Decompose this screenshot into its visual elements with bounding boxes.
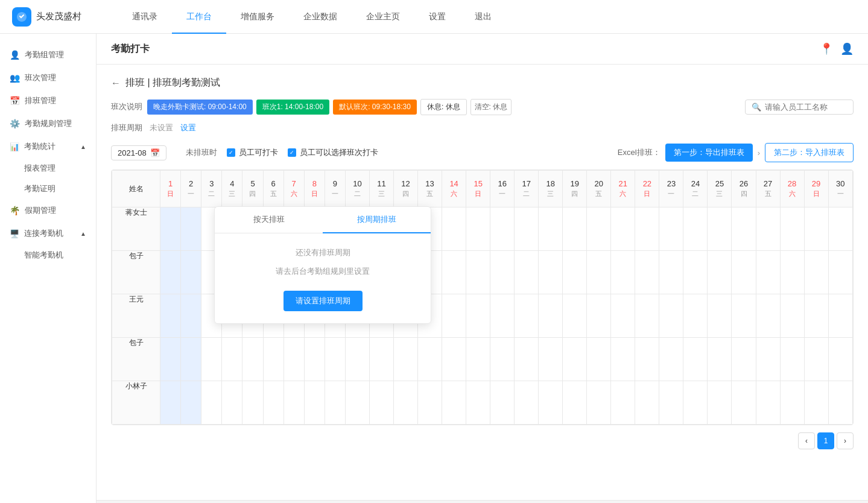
user-icon[interactable]: 👤 [840,42,854,55]
checkbox-2[interactable]: ✓ [288,148,296,157]
day-header-17: 17二 [515,171,539,207]
checkbox-1[interactable]: ✓ [227,148,235,157]
shift-tag-2[interactable]: 默认班次: 09:30-18:30 [333,100,417,115]
setup-period-button[interactable]: 请设置排班周期 [284,291,363,311]
nav-enterprise-home[interactable]: 企业主页 [352,0,414,34]
popup-tab-daily[interactable]: 按天排班 [215,207,323,233]
cell-0-22[interactable] [635,207,659,251]
cell-0-23[interactable] [659,207,683,251]
day-header-10: 10二 [345,171,369,207]
nav-contacts[interactable]: 通讯录 [118,0,172,34]
cell-0-1[interactable] [160,207,181,251]
logo-icon [12,7,31,27]
day-header-8: 8日 [304,171,325,207]
cell-0-21[interactable] [611,207,635,251]
sidebar-item-shift-manage[interactable]: 📅 排班管理 [0,89,96,112]
excel-area: Excel排班： 第一步：导出排班表 › 第二步：导入排班表 [618,143,854,162]
sidebar-item-attendance-rules[interactable]: ⚙️ 考勤规则管理 [0,112,96,135]
cell-0-18[interactable] [539,207,563,251]
period-link[interactable]: 设置 [180,122,196,133]
footer: ✅ 国内首家通过 ISO27001:2013 信息安全认证 帮助中心 | 钉钉公… [97,500,868,503]
day-header-19: 19四 [563,171,587,207]
cell-0-27[interactable] [756,207,780,251]
export-button[interactable]: 第一步：导出排班表 [665,144,753,162]
cell-0-20[interactable] [587,207,611,251]
excel-label: Excel排班： [618,147,661,158]
sidebar-item-shift-class[interactable]: 👥 班次管理 [0,66,96,89]
cell-0-26[interactable] [732,207,756,251]
cell-0-24[interactable] [683,207,708,251]
chevron-up-icon: ▲ [80,144,86,150]
sidebar-item-attendance-cert[interactable]: 考勤证明 [0,179,96,199]
nav-enterprise-data[interactable]: 企业数据 [289,0,352,34]
cell-0-17[interactable] [515,207,539,251]
employee-name-0: 蒋女士 [112,207,160,251]
next-page-button[interactable]: › [837,432,854,449]
search-input[interactable] [765,103,847,112]
check-item-2: ✓ 员工可以选择班次打卡 [288,147,378,158]
table-row: 小林子 [112,381,853,425]
employee-name-1: 包子 [112,251,160,294]
connect-machine-icon: 🖥️ [10,229,19,238]
shift-tag-0[interactable]: 晚走外勤卡测试: 09:00-14:00 [147,100,253,115]
period-label: 排班周期 [111,122,142,133]
period-value: 未设置 [150,122,173,133]
cell-0-14[interactable] [442,207,466,251]
day-header-12: 12四 [394,171,418,207]
calendar-wrapper: 姓名 1日 2一 3二 4三 5四 6五 7六 [111,169,854,425]
day-header-2: 2一 [181,171,201,207]
cell-0-15[interactable] [466,207,490,251]
page-header-bar: 考勤打卡 📍 👤 [97,34,868,65]
cell-0-25[interactable] [708,207,732,251]
location-icon[interactable]: 📍 [820,42,833,55]
day-header-25: 25三 [708,171,732,207]
prev-page-button[interactable]: ‹ [798,432,815,449]
day-header-14: 14六 [442,171,466,207]
top-navigation: 头发茂盛村 通讯录 工作台 增值服务 企业数据 企业主页 设置 退出 [0,0,868,34]
name-column-header: 姓名 [112,171,160,207]
day-header-29: 29日 [804,171,828,207]
page-title: 考勤打卡 [111,43,150,55]
sidebar-label-leave-manage: 假期管理 [25,205,56,216]
nav-vip-services[interactable]: 增值服务 [226,0,289,34]
cell-0-28[interactable] [780,207,804,251]
back-button[interactable]: ← [111,78,121,89]
import-button[interactable]: 第二步：导入排班表 [765,143,854,162]
sidebar-item-attendance-group[interactable]: 👤 考勤组管理 [0,43,96,66]
sidebar-item-attendance-stats[interactable]: 📊 考勤统计 ▲ [0,135,96,158]
cell-0-29[interactable] [804,207,828,251]
cell-0-19[interactable] [563,207,587,251]
sidebar-item-smart-machine[interactable]: 智能考勤机 [0,245,96,265]
day-header-22: 22日 [635,171,659,207]
date-picker[interactable]: 2021-08 📅 [111,145,166,160]
check-item-1: ✓ 员工可打卡 [227,147,278,158]
popup-empty-title: 还没有排班周期 [227,245,419,259]
unscheduled-label: 未排班时 [186,147,217,158]
breadcrumb-text: 排班 | 排班制考勤测试 [125,77,220,89]
day-header-15: 15日 [466,171,490,207]
attendance-stats-icon: 📊 [10,142,19,151]
popup-empty-sub: 请去后台考勤组规则里设置 [227,264,419,278]
nav-logout[interactable]: 退出 [460,0,506,34]
sidebar-item-report-manage[interactable]: 报表管理 [0,158,96,179]
day-header-13: 13五 [418,171,442,207]
cell-0-16[interactable] [490,207,515,251]
sidebar-label-attendance-stats: 考勤统计 [24,141,55,152]
nav-workbench[interactable]: 工作台 [172,0,226,34]
sidebar-item-leave-manage[interactable]: 🌴 假期管理 [0,199,96,222]
cell-0-30[interactable] [828,207,852,251]
popup-tab-weekly[interactable]: 按周期排班 [323,207,431,233]
sidebar-label-attendance-group: 考勤组管理 [25,49,64,60]
cell-0-2[interactable] [181,207,201,251]
shift-clear[interactable]: 清空: 休息 [470,99,512,115]
popup-tabs: 按天排班 按周期排班 [215,207,431,233]
sidebar-label-attendance-cert: 考勤证明 [24,184,55,193]
shift-tag-1[interactable]: 班次1: 14:00-18:00 [256,100,329,115]
sidebar-item-connect-machine[interactable]: 🖥️ 连接考勤机 ▲ [0,222,96,245]
day-header-28: 28六 [780,171,804,207]
current-page-button[interactable]: 1 [817,432,834,449]
shift-tag-3[interactable]: 休息: 休息 [420,99,467,115]
logo-area[interactable]: 头发茂盛村 [12,7,81,27]
nav-settings[interactable]: 设置 [414,0,460,34]
day-header-18: 18三 [539,171,563,207]
